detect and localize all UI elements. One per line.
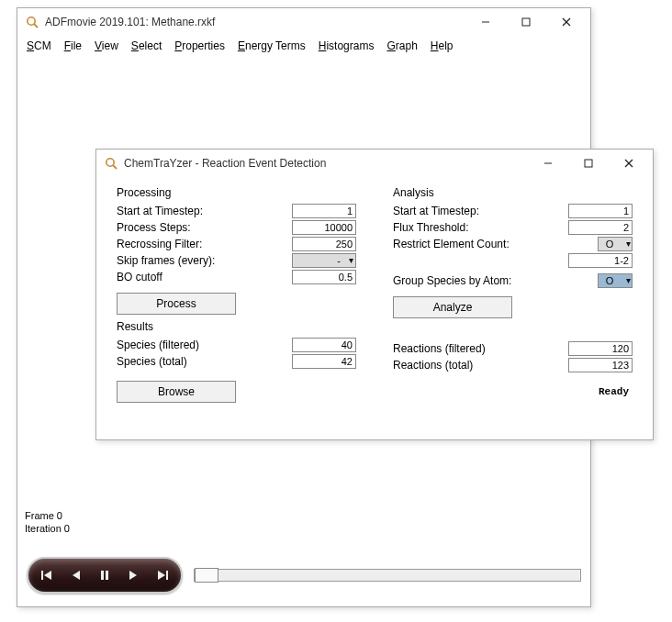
svg-point-0 bbox=[28, 17, 35, 25]
proc-recross-label: Recrossing Filter: bbox=[117, 238, 292, 250]
dialog-window: ChemTraYzer - Reaction Event Detection P… bbox=[95, 149, 654, 440]
proc-skip-select[interactable]: - bbox=[292, 253, 356, 268]
analysis-section: Analysis Start at Timestep: 1 Flux Thres… bbox=[393, 186, 633, 408]
status-text: Ready bbox=[393, 386, 633, 397]
maximize-button[interactable] bbox=[506, 9, 546, 35]
proc-steps-input[interactable]: 10000 bbox=[292, 220, 356, 235]
svg-marker-11 bbox=[129, 571, 137, 580]
menubar: SCM File View Select Properties Energy T… bbox=[17, 36, 590, 58]
proc-bo-input[interactable]: 0.5 bbox=[292, 270, 356, 284]
anal-flux-label: Flux Threshold: bbox=[393, 221, 568, 234]
dialog-close-button[interactable] bbox=[609, 150, 649, 176]
menu-scm[interactable]: SCM bbox=[27, 39, 51, 52]
step-back-button[interactable] bbox=[66, 565, 86, 585]
menu-select[interactable]: Select bbox=[131, 39, 162, 52]
proc-start-input[interactable]: 1 bbox=[292, 204, 356, 218]
browse-button[interactable]: Browse bbox=[117, 381, 236, 403]
svg-line-15 bbox=[113, 165, 117, 169]
restrict-range-input[interactable]: 1-2 bbox=[568, 253, 633, 268]
svg-rect-6 bbox=[41, 571, 43, 580]
skip-end-button[interactable] bbox=[152, 565, 173, 585]
dialog-app-icon bbox=[104, 156, 118, 171]
reactions-filtered-label: Reactions (filtered) bbox=[393, 342, 568, 355]
species-total-label: Species (total) bbox=[117, 355, 292, 368]
dialog-maximize-button[interactable] bbox=[568, 150, 609, 176]
menu-properties[interactable]: Properties bbox=[174, 39, 225, 52]
process-button[interactable]: Process bbox=[117, 293, 236, 315]
iteration-label: Iteration 0 bbox=[25, 522, 70, 535]
frame-info: Frame 0 Iteration 0 bbox=[25, 509, 70, 535]
svg-rect-9 bbox=[101, 571, 104, 580]
reactions-total-value: 123 bbox=[568, 358, 633, 372]
dialog-titlebar: ChemTraYzer - Reaction Event Detection bbox=[96, 150, 653, 177]
group-label: Group Species by Atom: bbox=[393, 274, 598, 287]
proc-recross-input[interactable]: 250 bbox=[292, 237, 356, 251]
svg-line-1 bbox=[34, 24, 38, 28]
dialog-title: ChemTraYzer - Reaction Event Detection bbox=[124, 157, 528, 170]
restrict-label: Restrict Element Count: bbox=[393, 238, 598, 250]
menu-file[interactable]: File bbox=[64, 39, 82, 52]
svg-rect-13 bbox=[166, 571, 168, 580]
menu-histograms[interactable]: Histograms bbox=[319, 39, 375, 52]
play-controls bbox=[27, 557, 183, 594]
menu-graph[interactable]: Graph bbox=[386, 39, 417, 52]
processing-header: Processing bbox=[117, 186, 356, 199]
restrict-elem-select[interactable]: O bbox=[598, 237, 633, 251]
playbar bbox=[27, 551, 581, 599]
species-filtered-value: 40 bbox=[292, 338, 356, 352]
menu-view[interactable]: View bbox=[95, 39, 118, 52]
main-window-controls bbox=[465, 9, 587, 35]
timeline-slider[interactable] bbox=[194, 569, 581, 582]
anal-start-label: Start at Timestep: bbox=[393, 205, 568, 217]
reactions-filtered-value: 120 bbox=[568, 341, 633, 356]
group-atom-select[interactable]: O bbox=[598, 273, 633, 288]
close-button[interactable] bbox=[546, 9, 587, 35]
svg-marker-8 bbox=[73, 571, 80, 580]
minimize-button[interactable] bbox=[465, 9, 506, 35]
svg-rect-3 bbox=[522, 18, 530, 26]
dialog-window-controls bbox=[528, 150, 649, 176]
main-title: ADFmovie 2019.101: Methane.rxkf bbox=[45, 16, 465, 28]
main-titlebar: ADFmovie 2019.101: Methane.rxkf bbox=[17, 8, 590, 36]
timeline-knob[interactable] bbox=[195, 568, 218, 583]
menu-help[interactable]: Help bbox=[431, 39, 454, 52]
analyze-button[interactable]: Analyze bbox=[393, 296, 512, 318]
menu-energy[interactable]: Energy Terms bbox=[238, 39, 306, 52]
svg-marker-7 bbox=[44, 571, 51, 580]
frame-label: Frame 0 bbox=[25, 509, 70, 522]
svg-rect-10 bbox=[106, 571, 108, 580]
app-icon bbox=[25, 15, 39, 29]
proc-bo-label: BO cutoff bbox=[117, 271, 292, 283]
dialog-minimize-button[interactable] bbox=[528, 150, 568, 176]
dialog-body: Processing Start at Timestep: 1 Process … bbox=[96, 177, 653, 439]
results-header: Results bbox=[117, 320, 356, 333]
species-total-value: 42 bbox=[292, 354, 356, 369]
reactions-total-label: Reactions (total) bbox=[393, 359, 568, 372]
proc-skip-label: Skip frames (every): bbox=[117, 254, 292, 267]
proc-start-label: Start at Timestep: bbox=[117, 205, 292, 217]
species-filtered-label: Species (filtered) bbox=[117, 339, 292, 351]
skip-start-button[interactable] bbox=[37, 565, 57, 585]
svg-marker-12 bbox=[158, 571, 165, 580]
analysis-header: Analysis bbox=[393, 186, 633, 199]
pause-button[interactable] bbox=[95, 565, 115, 585]
anal-start-input[interactable]: 1 bbox=[568, 204, 633, 218]
processing-section: Processing Start at Timestep: 1 Process … bbox=[117, 186, 356, 408]
svg-rect-17 bbox=[585, 160, 592, 167]
svg-point-14 bbox=[106, 159, 114, 166]
proc-steps-label: Process Steps: bbox=[117, 221, 292, 234]
step-forward-button[interactable] bbox=[123, 565, 143, 585]
anal-flux-input[interactable]: 2 bbox=[568, 220, 633, 235]
